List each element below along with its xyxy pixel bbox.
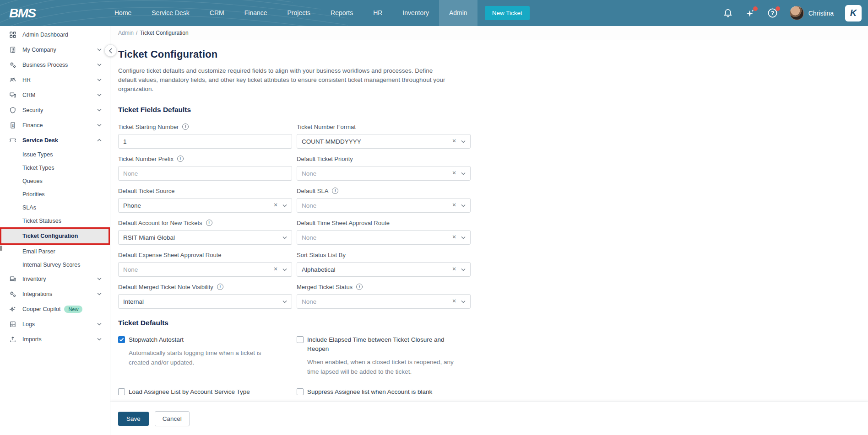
field-default-ticket-priority: Default Ticket Priority None ✕ <box>297 155 471 181</box>
sidebar-item-issue-types[interactable]: Issue Types <box>0 148 110 161</box>
sidebar-item-label: Inventory <box>22 276 46 282</box>
checkbox-load-assignee-list-by-account-service-type[interactable] <box>118 388 125 395</box>
sidebar-item-slas[interactable]: SLAs <box>0 201 110 214</box>
clear-icon[interactable]: ✕ <box>452 139 456 144</box>
sidebar-item-crm[interactable]: CRM <box>0 87 110 102</box>
sidebar-item-admin-dashboard[interactable]: Admin Dashboard <box>0 27 110 42</box>
option-include-elapsed-time-between-ticket-closure-and-reopen: Include Elapsed Time between Ticket Clos… <box>297 335 471 376</box>
sort-status-list-by-select[interactable]: Alphabetical ✕ <box>297 262 471 277</box>
nav-item-home[interactable]: Home <box>104 0 141 26</box>
save-button[interactable]: Save <box>118 412 149 426</box>
clear-icon[interactable]: ✕ <box>452 299 456 304</box>
sidebar-item-ticket-types[interactable]: Ticket Types <box>0 161 110 174</box>
field-default-expense-sheet-approval-route: Default Expense Sheet Approval Route Non… <box>118 251 292 277</box>
chevron-down-icon[interactable] <box>461 204 466 207</box>
default-time-sheet-approval-route-select[interactable]: None ✕ <box>297 230 471 245</box>
nav-item-reports[interactable]: Reports <box>320 0 363 26</box>
nav-item-crm[interactable]: CRM <box>200 0 234 26</box>
sidebar-item-my-company[interactable]: My Company <box>0 42 110 57</box>
clear-icon[interactable]: ✕ <box>452 203 456 208</box>
navbar-right: ? Christina K <box>722 5 868 21</box>
info-icon[interactable]: ! <box>206 220 212 226</box>
default-ticket-priority-select[interactable]: None ✕ <box>297 166 471 181</box>
info-icon[interactable]: ! <box>182 124 189 130</box>
sidebar-item-priorities[interactable]: Priorities <box>0 188 110 201</box>
merged-ticket-status-select[interactable]: None ✕ <box>297 294 471 309</box>
sidebar-item-ticket-configuration[interactable]: Ticket Configuration <box>0 227 110 245</box>
chevron-down-icon <box>97 48 102 51</box>
info-icon[interactable]: ! <box>217 284 223 290</box>
kaseya-logo[interactable]: K <box>845 5 862 21</box>
chevron-down-icon[interactable] <box>461 236 466 239</box>
default-merged-ticket-note-visibility-select[interactable]: Internal <box>118 294 292 309</box>
sort-status-list-by-value: Alphabetical <box>302 266 452 273</box>
nav-item-inventory[interactable]: Inventory <box>392 0 439 26</box>
help-icon[interactable]: ? <box>767 8 778 19</box>
nav-item-projects[interactable]: Projects <box>277 0 321 26</box>
default-sla-select[interactable]: None ✕ <box>297 198 471 213</box>
info-icon[interactable]: ! <box>177 156 184 162</box>
chevron-down-icon[interactable] <box>282 300 287 303</box>
chevron-down-icon[interactable] <box>282 236 287 239</box>
info-icon[interactable]: ! <box>332 188 338 194</box>
chevron-down-icon[interactable] <box>461 172 466 175</box>
checkbox-row-load-assignee-list-by-account-service-type[interactable]: Load Assignee List by Account Service Ty… <box>118 387 292 397</box>
sidebar-item-label: Ticket Types <box>22 165 54 171</box>
clear-icon[interactable]: ✕ <box>452 235 456 240</box>
chevron-down-icon[interactable] <box>461 300 466 303</box>
checkbox-row-include-elapsed-time-between-ticket-closure-and-reopen[interactable]: Include Elapsed Time between Ticket Clos… <box>297 335 471 354</box>
sidebar-item-logs[interactable]: Logs <box>0 317 110 332</box>
sidebar-item-ticket-statuses[interactable]: Ticket Statuses <box>0 214 110 227</box>
ticket-starting-number-input[interactable]: 1 <box>118 134 292 149</box>
field-default-sla: Default SLA! None ✕ <box>297 187 471 213</box>
checkbox-row-suppress-assignee-list-when-account-is-blank[interactable]: Suppress Assignee list when Account is b… <box>297 387 471 397</box>
sidebar-item-internal-survey-scores[interactable]: Internal Survey Scores <box>0 258 110 271</box>
field-default-account-for-new-tickets: Default Account for New Tickets! RSIT Mi… <box>118 219 292 245</box>
breadcrumb: Admin / Ticket Configuration <box>110 26 868 40</box>
sidebar-item-finance[interactable]: $Finance <box>0 118 110 133</box>
sidebar-item-integrations[interactable]: Integrations <box>0 286 110 301</box>
sidebar-item-business-process[interactable]: Business Process <box>0 57 110 72</box>
chevron-down-icon[interactable] <box>461 140 466 143</box>
nav-item-service-desk[interactable]: Service Desk <box>141 0 199 26</box>
cancel-button[interactable]: Cancel <box>155 411 190 426</box>
sidebar-item-email-parser[interactable]: Email Parser <box>0 245 110 258</box>
sidebar-item-cooper-copilot[interactable]: Cooper CopilotNew <box>0 301 110 317</box>
nav-item-admin[interactable]: Admin <box>439 0 477 26</box>
svg-text:?: ? <box>771 10 774 16</box>
ticket-number-prefix-input[interactable]: None <box>118 166 292 181</box>
sidebar-item-queues[interactable]: Queues <box>0 174 110 188</box>
default-expense-sheet-approval-route-select[interactable]: None ✕ <box>118 262 292 277</box>
chevron-down-icon <box>97 108 102 112</box>
main-content: Admin / Ticket Configuration Ticket Conf… <box>110 26 868 435</box>
info-icon[interactable]: ! <box>356 284 363 290</box>
clear-icon[interactable]: ✕ <box>273 203 278 208</box>
nav-item-hr[interactable]: HR <box>363 0 392 26</box>
user-menu[interactable]: Christina <box>790 6 834 20</box>
clear-icon[interactable]: ✕ <box>452 171 456 176</box>
sidebar-item-service-desk[interactable]: Service Desk <box>0 133 110 148</box>
chevron-down-icon[interactable] <box>282 268 287 271</box>
nav-item-finance[interactable]: Finance <box>234 0 277 26</box>
chevron-down-icon[interactable] <box>282 204 287 207</box>
clear-icon[interactable]: ✕ <box>273 267 278 272</box>
company-icon <box>9 46 17 54</box>
chevron-down-icon[interactable] <box>461 268 466 271</box>
sidebar-item-imports[interactable]: Imports <box>0 332 110 347</box>
default-account-for-new-tickets-select[interactable]: RSIT Miami Global <box>118 230 292 245</box>
bell-icon[interactable] <box>722 8 733 19</box>
sidebar-item-inventory[interactable]: Inventory <box>0 271 110 286</box>
checkbox-include-elapsed-time-between-ticket-closure-and-reopen[interactable] <box>297 336 304 343</box>
clear-icon[interactable]: ✕ <box>452 267 456 272</box>
checkbox-stopwatch-autostart[interactable] <box>118 336 125 343</box>
ticket-number-format-select[interactable]: COUNT-MMDDYYYY ✕ <box>297 134 471 149</box>
checkbox-row-stopwatch-autostart[interactable]: Stopwatch Autostart <box>118 335 292 344</box>
new-ticket-button[interactable]: New Ticket <box>485 6 530 20</box>
default-ticket-source-select[interactable]: Phone ✕ <box>118 198 292 213</box>
copilot-sparkle-icon[interactable] <box>745 8 756 19</box>
sidebar-collapse-button[interactable] <box>104 44 117 57</box>
sidebar-item-security[interactable]: Security <box>0 102 110 118</box>
checkbox-suppress-assignee-list-when-account-is-blank[interactable] <box>297 388 304 395</box>
breadcrumb-parent[interactable]: Admin <box>118 30 134 36</box>
sidebar-item-hr[interactable]: HR <box>0 72 110 87</box>
